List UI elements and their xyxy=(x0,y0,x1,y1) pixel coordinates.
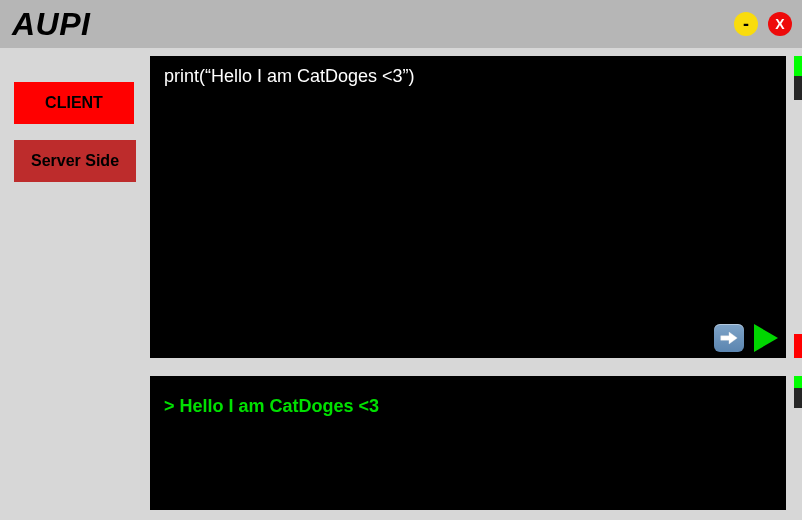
editor-actions xyxy=(714,324,778,352)
output-console[interactable]: > Hello I am CatDoges <3 xyxy=(150,376,786,510)
minimize-icon: - xyxy=(743,15,749,33)
scroll-marker-green xyxy=(794,56,802,76)
main: print(“Hello I am CatDoges <3”) xyxy=(150,48,802,520)
editor-scrollbar[interactable] xyxy=(794,56,802,358)
window-controls: - X xyxy=(734,12,792,36)
step-button[interactable] xyxy=(714,324,744,352)
close-icon: X xyxy=(775,16,784,32)
body: CLIENT Server Side print(“Hello I am Cat… xyxy=(0,48,802,520)
tab-client[interactable]: CLIENT xyxy=(14,82,134,124)
scroll-track xyxy=(794,76,802,100)
tab-server-label: Server Side xyxy=(31,152,119,170)
arrow-right-icon xyxy=(720,331,738,345)
tab-client-label: CLIENT xyxy=(45,94,103,112)
scroll-track xyxy=(794,388,802,408)
run-button[interactable] xyxy=(754,324,778,352)
tab-server-side[interactable]: Server Side xyxy=(14,140,136,182)
console-scrollbar[interactable] xyxy=(794,376,802,510)
console-panel: > Hello I am CatDoges <3 xyxy=(150,376,790,510)
editor-panel: print(“Hello I am CatDoges <3”) xyxy=(150,56,790,358)
console-line: > Hello I am CatDoges <3 xyxy=(164,396,772,417)
scroll-marker-red xyxy=(794,334,802,358)
code-line: print(“Hello I am CatDoges <3”) xyxy=(164,66,772,87)
code-editor[interactable]: print(“Hello I am CatDoges <3”) xyxy=(150,56,786,358)
app-window: AUPI - X CLIENT Server Side print(“Hello… xyxy=(0,0,802,520)
app-title: AUPI xyxy=(12,6,90,43)
titlebar: AUPI - X xyxy=(0,0,802,48)
scroll-gap xyxy=(794,100,802,334)
minimize-button[interactable]: - xyxy=(734,12,758,36)
scroll-gap xyxy=(794,408,802,510)
scroll-marker-green xyxy=(794,376,802,388)
sidebar: CLIENT Server Side xyxy=(0,48,150,520)
close-button[interactable]: X xyxy=(768,12,792,36)
